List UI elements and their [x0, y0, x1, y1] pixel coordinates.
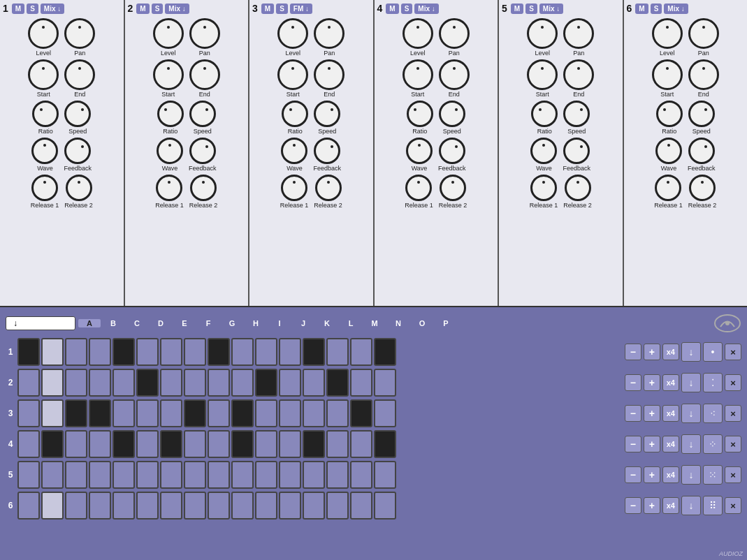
channel-1-btn-s[interactable]: S [27, 3, 38, 14]
seq-row-3-delete[interactable]: × [725, 405, 741, 422]
knob-2-speed[interactable] [189, 101, 216, 127]
seq-cell-4-13[interactable] [303, 430, 325, 458]
seq-cell-6-4[interactable] [89, 492, 111, 520]
seq-cell-3-1[interactable] [17, 399, 40, 427]
seq-row-4-dot-pattern[interactable]: ⁘ [703, 434, 723, 454]
seq-row-4-delete[interactable]: × [725, 436, 741, 452]
seq-cell-2-8[interactable] [184, 369, 206, 397]
seq-row-3-minus[interactable]: − [625, 405, 641, 422]
knob-3-pan[interactable] [314, 18, 345, 49]
col-label-k[interactable]: K [316, 319, 338, 327]
seq-row-6-dot-pattern[interactable]: ⠿ [703, 496, 723, 515]
seq-cell-3-11[interactable] [255, 399, 277, 427]
channel-3-btn-s[interactable]: S [276, 3, 288, 14]
seq-cell-3-5[interactable] [113, 399, 135, 427]
knob-5-release-1[interactable] [530, 175, 557, 201]
seq-cell-1-12[interactable] [279, 338, 301, 366]
knob-5-pan[interactable] [563, 18, 594, 49]
channel-6-btn-mix--[interactable]: Mix ↓ [664, 3, 688, 14]
seq-cell-5-7[interactable] [160, 461, 182, 489]
seq-cell-5-8[interactable] [184, 461, 206, 489]
seq-cell-1-13[interactable] [303, 338, 325, 366]
seq-cell-3-14[interactable] [326, 399, 349, 427]
seq-cell-1-14[interactable] [326, 338, 349, 366]
seq-cell-2-7[interactable] [160, 369, 182, 397]
seq-cell-5-14[interactable] [326, 461, 349, 489]
channel-4-btn-m[interactable]: M [386, 3, 398, 14]
seq-row-5-dot-pattern[interactable]: ⁙ [703, 465, 723, 485]
col-label-a[interactable]: A [78, 319, 101, 327]
seq-cell-3-4[interactable] [89, 399, 111, 427]
seq-cell-4-5[interactable] [113, 430, 135, 458]
knob-1-feedback[interactable] [64, 138, 91, 164]
channel-2-btn-mix--[interactable]: Mix ↓ [165, 3, 189, 14]
knob-1-release-2[interactable] [66, 175, 92, 201]
seq-cell-3-3[interactable] [65, 399, 87, 427]
seq-row-4-plus[interactable]: + [644, 436, 660, 452]
knob-6-level[interactable] [652, 18, 683, 49]
seq-cell-6-15[interactable] [350, 492, 372, 520]
knob-4-level[interactable] [402, 18, 433, 49]
seq-cell-3-7[interactable] [160, 399, 182, 427]
col-label-o[interactable]: O [411, 319, 433, 327]
seq-row-1-x4[interactable]: x4 [662, 344, 679, 360]
seq-cell-1-6[interactable] [136, 338, 159, 366]
seq-row-6-delete[interactable]: × [725, 497, 741, 514]
knob-3-level[interactable] [277, 18, 308, 49]
seq-cell-1-4[interactable] [89, 338, 111, 366]
seq-cell-4-7[interactable] [160, 430, 182, 458]
knob-2-pan[interactable] [189, 18, 220, 49]
seq-cell-2-3[interactable] [65, 369, 87, 397]
knob-6-ratio[interactable] [656, 101, 683, 127]
seq-row-6-minus[interactable]: − [625, 497, 641, 514]
knob-2-start[interactable] [153, 59, 184, 90]
col-label-n[interactable]: N [387, 319, 409, 327]
seq-cell-3-10[interactable] [231, 399, 254, 427]
knob-2-feedback[interactable] [189, 138, 216, 164]
knob-1-end[interactable] [64, 59, 95, 90]
knob-6-wave[interactable] [655, 138, 682, 164]
knob-5-ratio[interactable] [531, 101, 558, 127]
seq-cell-4-1[interactable] [17, 430, 40, 458]
knob-6-end[interactable] [688, 59, 719, 90]
knob-1-wave[interactable] [31, 138, 58, 164]
seq-cell-6-6[interactable] [136, 492, 159, 520]
knob-2-level[interactable] [153, 18, 184, 49]
knob-2-release-2[interactable] [190, 175, 217, 201]
channel-3-btn-m[interactable]: M [261, 3, 274, 14]
knob-6-start[interactable] [652, 59, 683, 90]
knob-6-pan[interactable] [688, 18, 719, 49]
seq-cell-2-13[interactable] [303, 369, 325, 397]
knob-3-release-1[interactable] [281, 175, 307, 201]
knob-2-wave[interactable] [157, 138, 183, 164]
seq-cell-4-10[interactable] [231, 430, 254, 458]
channel-1-btn-mix--[interactable]: Mix ↓ [41, 3, 64, 14]
seq-row-5-delete[interactable]: × [725, 466, 741, 483]
seq-row-1-plus[interactable]: + [644, 344, 660, 360]
knob-3-speed[interactable] [314, 101, 340, 127]
knob-3-end[interactable] [314, 59, 345, 90]
seq-cell-6-13[interactable] [303, 492, 325, 520]
knob-5-end[interactable] [563, 59, 594, 90]
knob-4-pan[interactable] [439, 18, 470, 49]
seq-row-2-x4[interactable]: x4 [662, 374, 679, 391]
knob-5-speed[interactable] [563, 101, 590, 127]
seq-row-1-delete[interactable]: × [725, 344, 741, 360]
knob-4-wave[interactable] [406, 138, 433, 164]
seq-row-5-arrow-down[interactable]: ↓ [681, 465, 701, 485]
knob-1-start[interactable] [28, 59, 59, 90]
col-label-b[interactable]: B [102, 319, 124, 327]
seq-row-2-minus[interactable]: − [625, 374, 641, 391]
knob-3-release-2[interactable] [315, 175, 342, 201]
col-label-f[interactable]: F [197, 319, 219, 327]
seq-cell-5-9[interactable] [208, 461, 230, 489]
seq-cell-1-2[interactable] [41, 338, 64, 366]
channel-6-btn-s[interactable]: S [651, 3, 662, 14]
knob-2-ratio[interactable] [157, 101, 184, 127]
knob-3-wave[interactable] [281, 138, 307, 164]
seq-row-4-minus[interactable]: − [625, 436, 641, 452]
seq-row-6-plus[interactable]: + [644, 497, 660, 514]
knob-4-speed[interactable] [439, 101, 465, 127]
knob-5-wave[interactable] [530, 138, 557, 164]
seq-cell-6-11[interactable] [255, 492, 277, 520]
